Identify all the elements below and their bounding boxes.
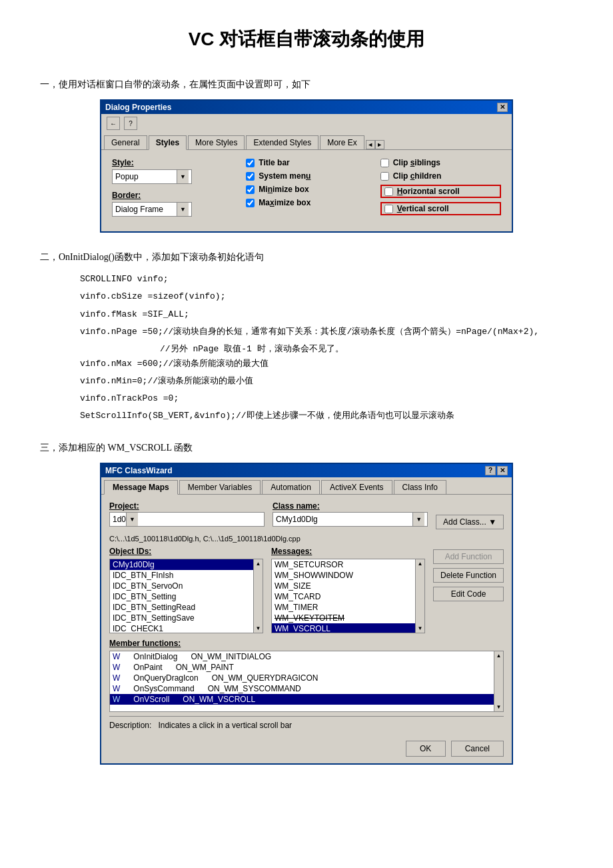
dialog-body: Style: Popup ▼ Border: Dialog Frame ▼ [112,158,501,223]
member-name-0: OnInitDialog [133,652,177,661]
cw-members-list[interactable]: W OnInitDialog ON_WM_INITDIALOG W OnPain… [110,651,494,711]
cw-filepath: C:\...\1d5_100118\1d0Dlg.h, C:\...\1d5_1… [109,535,504,543]
members-scrollbar[interactable]: ▲▼ [494,651,503,711]
cw-messages-list-container: WM_SETCURSOR WM_SHOWWINDOW WM_SIZE WM_TC… [271,559,425,633]
dialog-col-right: Clip siblings Clip children Horizontal s… [380,158,501,223]
cw-message-3[interactable]: WM_TCARD [272,591,415,602]
member-name-4: OnVScroll [133,695,169,704]
cw-tab-member-variables[interactable]: Member Variables [179,480,261,494]
cw-classname-arrow[interactable]: ▼ [412,513,424,526]
member-handler-0: ON_WM_INITDIALOG [191,652,271,661]
member-row-4[interactable]: W OnVScroll ON_WM_VSCROLL [110,694,494,705]
checkbox-systemmenu: System menu [246,171,366,181]
dialog-properties-window: Dialog Properties ✕ ← ? General Styles M… [100,99,513,233]
cw-project-arrow[interactable]: ▼ [126,513,138,526]
cw-description-text: Indicates a click in a vertical scroll b… [158,721,292,730]
cw-help-button[interactable]: ? [485,466,496,475]
cw-message-6[interactable]: WM_VSCROLL [272,623,415,633]
cw-project-input[interactable]: 1d0 ▼ [109,512,265,527]
checkbox-minimizebox-input[interactable] [246,185,255,194]
checkbox-titlebar-input[interactable] [246,159,255,167]
checkbox-vscroll-input[interactable] [384,205,393,213]
checkbox-titlebar-label: Title bar [259,158,289,167]
cw-message-5[interactable]: WM_VKEYTOITEM [272,613,415,623]
cw-tab-automation[interactable]: Automation [262,480,320,494]
cw-title-text: MFC ClassWizard [105,466,173,475]
code-line-8: SetScrollInfo(SB_VERT,&vinfo);//即使上述步骤一不… [80,409,573,423]
member-row-2[interactable]: W OnQueryDragIcon ON_WM_QUERYDRAGICON [110,673,494,683]
cw-objectids-messages-row: Object IDs: CMy1d0Dlg IDC_BTN_FInIsh IDC… [109,547,504,633]
dialog-close-button[interactable]: ✕ [497,103,508,112]
section-3-intro: 三，添加相应的 WM_VSCROLL 函数 [40,439,573,456]
checkbox-systemmenu-input[interactable] [246,172,255,181]
code-line-6: vinfo.nMin=0;//滚动条所能滚动的最小值 [80,374,573,389]
member-row-3[interactable]: W OnSysCommand ON_WM_SYSCOMMAND [110,683,494,694]
cw-messages-list[interactable]: WM_SETCURSOR WM_SHOWWINDOW WM_SIZE WM_TC… [272,559,415,633]
cw-objectid-0[interactable]: CMy1d0Dlg [110,559,253,570]
tab-more-ex[interactable]: More Ex [320,135,364,149]
code-line-2: vinfo.cbSize =sizeof(vinfo); [80,289,573,304]
cw-objectid-4[interactable]: IDC_BTN_SettingRead [110,602,253,613]
cw-tab-message-maps[interactable]: Message Maps [104,480,178,495]
add-function-button[interactable]: Add Function [433,549,504,564]
member-name-1: OnPaint [133,663,162,672]
section-3: 三，添加相应的 WM_VSCROLL 函数 MFC ClassWizard ? … [40,439,573,765]
dialog-title-text: Dialog Properties [105,103,171,112]
member-prefix-0: W [113,652,120,661]
cw-titlebar: MFC ClassWizard ? ✕ [101,464,512,477]
cw-message-0[interactable]: WM_SETCURSOR [272,559,415,570]
style-value: Popup [115,172,139,181]
cw-classname-input[interactable]: CMy1d0Dlg ▼ [273,512,428,527]
tab-nav-right[interactable]: ► [375,140,384,149]
cw-project-value: 1d0 [113,515,126,524]
cw-project-group: Project: 1d0 ▼ [109,501,265,527]
objectids-scrollbar[interactable]: ▲▼ [253,559,263,633]
cw-description-label: Description: [109,721,151,730]
tab-general[interactable]: General [104,135,147,149]
checkbox-clipsiblings-input[interactable] [380,159,389,167]
cw-objectid-2[interactable]: IDC_BTN_ServoOn [110,581,253,591]
cw-objectid-3[interactable]: IDC_BTN_Setting [110,591,253,602]
cw-message-2[interactable]: WM_SIZE [272,581,415,591]
member-name-2: OnQueryDragIcon [133,673,198,683]
checkbox-clipsiblings-label: Clip siblings [393,158,440,167]
member-prefix-3: W [113,684,120,693]
checkbox-clipchildren-input[interactable] [380,172,389,181]
cw-tabs: Message Maps Member Variables Automation… [101,477,512,495]
cw-objectids-list[interactable]: CMy1d0Dlg IDC_BTN_FInIsh IDC_BTN_ServoOn… [110,559,253,633]
style-dropdown[interactable]: Popup ▼ [112,169,192,184]
dialog-col-left: Style: Popup ▼ Border: Dialog Frame ▼ [112,158,233,223]
border-dropdown[interactable]: Dialog Frame ▼ [112,202,192,217]
messages-scrollbar[interactable]: ▲▼ [415,559,424,633]
cw-message-1[interactable]: WM_SHOWWINDOW [272,570,415,581]
tab-extended-styles[interactable]: Extended Styles [246,135,318,149]
toolbar-arrow-icon[interactable]: ← [107,117,120,130]
code-line-4: vinfo.nPage =50;//滚动块自身的长短，通常有如下关系：其长度/滚… [80,325,573,339]
toolbar-help-icon[interactable]: ? [124,117,137,130]
member-row-1[interactable]: W OnPaint ON_WM_PAINT [110,662,494,673]
delete-function-button[interactable]: Delete Function [433,568,504,583]
tab-nav-left[interactable]: ◄ [366,140,375,149]
cw-objectid-1[interactable]: IDC_BTN_FInIsh [110,570,253,581]
checkbox-titlebar: Title bar [246,158,366,167]
tab-styles[interactable]: Styles [149,135,187,150]
style-dropdown-arrow[interactable]: ▼ [177,170,189,183]
cw-ok-button[interactable]: OK [406,741,446,757]
checkbox-hscroll-input[interactable] [384,187,393,196]
member-row-0[interactable]: W OnInitDialog ON_WM_INITDIALOG [110,651,494,662]
checkbox-maximizebox-input[interactable] [246,199,255,207]
cw-description: Description: Indicates a click in a vert… [109,716,504,730]
add-class-button[interactable]: Add Class... ▼ [436,515,504,529]
cw-tab-class-info[interactable]: Class Info [394,480,446,494]
tab-more-styles[interactable]: More Styles [188,135,245,149]
border-dropdown-arrow[interactable]: ▼ [177,203,189,216]
cw-close-button[interactable]: ✕ [497,466,508,475]
cw-objectid-6[interactable]: IDC_CHECK1 [110,623,253,633]
cw-project-label: Project: [109,501,265,511]
cw-cancel-button[interactable]: Cancel [451,741,504,757]
cw-tab-activex-events[interactable]: ActiveX Events [321,480,392,494]
cw-objectid-5[interactable]: IDC_BTN_SettingSave [110,613,253,623]
cw-message-4[interactable]: WM_TIMER [272,602,415,613]
edit-code-button[interactable]: Edit Code [433,587,504,601]
cw-members-label: Member functions: [109,639,504,648]
